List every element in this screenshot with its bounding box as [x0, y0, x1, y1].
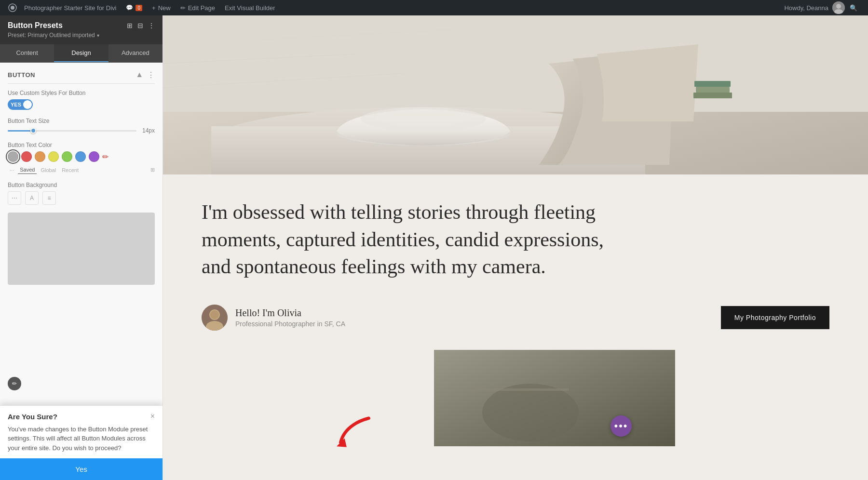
comments-bar-item[interactable]: 💬 0: [121, 0, 147, 15]
hero-image: [163, 15, 868, 174]
page-preview: I'm obsessed with telling stories throug…: [163, 15, 868, 480]
text-size-slider-thumb[interactable]: [30, 128, 36, 133]
admin-bar: Photographer Starter Site for Divi 💬 0 +…: [0, 0, 868, 15]
text-size-slider-track: [8, 130, 136, 132]
confirm-yes-button[interactable]: Yes: [0, 458, 163, 480]
svg-point-22: [210, 310, 219, 319]
panel-icon-more[interactable]: ⋮: [148, 22, 155, 29]
color-tab-more[interactable]: ···: [8, 166, 16, 174]
tab-advanced[interactable]: Advanced: [108, 44, 163, 62]
plus-icon: +: [152, 4, 156, 12]
confirm-title: Are You Sure?: [8, 413, 57, 421]
confirm-close-button[interactable]: ×: [150, 413, 155, 420]
edit-page-bar-item[interactable]: ✏ Edit Page: [176, 0, 220, 15]
custom-styles-toggle[interactable]: YES: [8, 99, 33, 110]
bg-option-color[interactable]: A: [25, 191, 39, 205]
author-name: Hello! I'm Olivia: [235, 307, 345, 319]
svg-rect-7: [163, 15, 868, 112]
color-swatch-gray[interactable]: [8, 151, 18, 162]
search-icon: 🔍: [850, 4, 857, 12]
search-bar-item[interactable]: 🔍: [845, 0, 862, 15]
color-tab-saved[interactable]: Saved: [18, 166, 37, 174]
site-name-bar-item[interactable]: Photographer Starter Site for Divi: [19, 0, 121, 15]
custom-styles-label: Use Custom Styles For Button: [8, 90, 155, 96]
panel-title: Button Presets: [8, 21, 63, 30]
color-tabs: ··· Saved Global Recent ⊞: [8, 166, 155, 174]
svg-rect-15: [694, 81, 731, 87]
color-swatch-red[interactable]: [21, 151, 32, 162]
bottom-section: •••: [163, 350, 868, 446]
confirm-dialog: Are You Sure? × You've made changes to t…: [0, 405, 163, 480]
section-title: Button: [8, 71, 35, 79]
author-row: Hello! I'm Olivia Professional Photograp…: [202, 305, 829, 331]
svg-rect-13: [693, 93, 732, 98]
bg-options: ⋯ A ≡: [8, 191, 155, 205]
dropdown-arrow-icon: ▾: [97, 33, 99, 38]
panel-tabs: Content Design Advanced: [0, 44, 163, 63]
color-picker-icon[interactable]: ✏: [102, 152, 108, 161]
new-bar-item[interactable]: + New: [147, 0, 176, 15]
tab-design[interactable]: Design: [54, 44, 108, 62]
settings-panel: Button Presets ⊞ ⊟ ⋮ Preset: Primary Out…: [0, 15, 163, 480]
color-tab-recent[interactable]: Recent: [60, 166, 81, 174]
color-swatches: ✏: [8, 151, 155, 162]
svg-rect-25: [473, 388, 569, 391]
exit-builder-bar-item[interactable]: Exit Visual Builder: [220, 0, 280, 15]
bg-label: Button Background: [8, 182, 155, 188]
toggle-yes-label: YES: [11, 102, 21, 107]
tab-content[interactable]: Content: [0, 44, 54, 62]
text-size-label: Button Text Size: [8, 118, 155, 124]
color-swatch-blue[interactable]: [75, 151, 86, 162]
site-title: Photographer Starter Site for Divi: [24, 4, 116, 12]
color-swatch-green[interactable]: [62, 151, 72, 162]
cta-button[interactable]: My Photography Portfolio: [721, 306, 829, 329]
svg-point-3: [836, 4, 841, 9]
section-collapse-icon[interactable]: ▲: [136, 70, 143, 80]
main-quote: I'm obsessed with telling stories throug…: [202, 199, 636, 280]
comment-bubble-icon: 💬: [126, 4, 133, 11]
confirm-body-text: You've made changes to the Button Module…: [0, 425, 163, 459]
svg-rect-14: [696, 87, 730, 93]
bg-option-image[interactable]: ≡: [42, 191, 56, 205]
red-arrow-indicator: [337, 413, 385, 453]
toggle-knob: [23, 100, 32, 109]
color-swatch-yellow[interactable]: [48, 151, 59, 162]
svg-point-12: [375, 109, 472, 126]
comment-count-badge: 0: [136, 5, 142, 11]
fab-more-button[interactable]: •••: [610, 415, 632, 437]
svg-point-1: [11, 6, 14, 10]
section-more-icon[interactable]: ⋮: [147, 70, 155, 80]
pencil-icon: ✏: [180, 4, 186, 12]
text-color-label: Button Text Color: [8, 142, 155, 148]
bottom-image: [434, 350, 675, 446]
color-swatch-orange[interactable]: [35, 151, 45, 162]
author-info: Hello! I'm Olivia Professional Photograp…: [202, 305, 345, 331]
color-swatch-purple[interactable]: [89, 151, 99, 162]
text-section: I'm obsessed with telling stories throug…: [163, 174, 868, 350]
text-size-value: 14px: [140, 127, 155, 134]
author-avatar: [202, 305, 228, 331]
panel-header: Button Presets ⊞ ⊟ ⋮ Preset: Primary Out…: [0, 15, 163, 44]
panel-subtitle[interactable]: Preset: Primary Outlined imported ▾: [8, 32, 99, 39]
button-preview-box: [8, 213, 155, 285]
panel-icon-columns[interactable]: ⊟: [137, 22, 143, 29]
wp-logo-icon[interactable]: [6, 0, 19, 15]
bg-option-gradient[interactable]: ⋯: [8, 191, 21, 205]
panel-icon-grid[interactable]: ⊞: [127, 22, 133, 29]
color-tab-grid-icon[interactable]: ⊞: [150, 167, 155, 173]
color-tab-global[interactable]: Global: [39, 166, 58, 174]
author-job-title: Professional Photographer in SF, CA: [235, 320, 345, 328]
panel-header-icons: ⊞ ⊟ ⋮: [127, 22, 155, 29]
svg-point-24: [482, 384, 579, 441]
fab-dots-icon: •••: [614, 420, 628, 432]
user-info: Howdy, Deanna: [784, 1, 845, 14]
user-avatar[interactable]: [832, 1, 845, 14]
edit-pencil-icon[interactable]: ✏: [8, 377, 21, 390]
